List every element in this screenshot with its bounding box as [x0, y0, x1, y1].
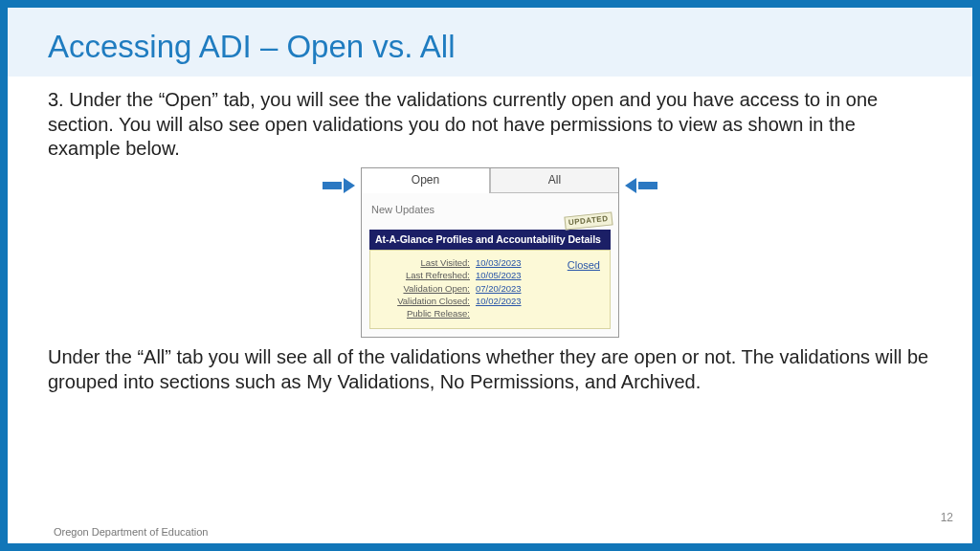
slide: Accessing ADI – Open vs. All 3. Under th…: [8, 8, 972, 543]
detail-row: Validation Closed: 10/02/2023: [378, 296, 525, 307]
slide-title: Accessing ADI – Open vs. All: [48, 29, 932, 65]
paragraph-2: Under the “All” tab you will see all of …: [48, 345, 932, 394]
detail-label: Last Visited:: [420, 257, 470, 269]
arrow-left-icon: [625, 179, 657, 192]
detail-row: Last Refreshed: 10/05/2023: [378, 270, 525, 281]
detail-box: Closed Last Visited: 10/03/2023 Last Ref…: [369, 250, 611, 329]
tab-content: New Updates UPDATED At-A-Glance Profiles…: [362, 193, 618, 337]
detail-value[interactable]: 07/20/2023: [476, 283, 525, 295]
slide-frame: Accessing ADI – Open vs. All 3. Under th…: [0, 0, 980, 551]
tab-open[interactable]: Open: [362, 168, 490, 193]
detail-row: Public Release:: [378, 308, 525, 320]
detail-value[interactable]: [476, 308, 525, 320]
example-screenshot: Open All New Updates UPDATED At-A-Glance…: [48, 167, 932, 338]
detail-value[interactable]: 10/02/2023: [476, 296, 525, 307]
paragraph-1: 3. Under the “Open” tab, you will see th…: [48, 88, 932, 162]
detail-value[interactable]: 10/05/2023: [476, 270, 525, 281]
footer-org: Oregon Department of Education: [54, 526, 208, 538]
new-updates-label: New Updates: [371, 203, 611, 216]
detail-row: Validation Open: 07/20/2023: [378, 283, 525, 295]
slide-body: 3. Under the “Open” tab, you will see th…: [8, 77, 972, 402]
detail-row: Last Visited: 10/03/2023: [378, 257, 525, 269]
detail-value[interactable]: 10/03/2023: [476, 257, 525, 269]
detail-label: Validation Open:: [403, 283, 470, 295]
page-number: 12: [941, 511, 953, 524]
title-band: Accessing ADI – Open vs. All: [8, 8, 972, 77]
closed-link[interactable]: Closed: [568, 258, 600, 272]
detail-label: Validation Closed:: [397, 296, 470, 307]
panel-banner: At-A-Glance Profiles and Accountability …: [369, 230, 611, 250]
arrow-right-icon: [323, 179, 355, 192]
detail-label: Public Release:: [407, 308, 470, 320]
detail-label: Last Refreshed:: [406, 270, 470, 281]
tab-all[interactable]: All: [490, 168, 618, 193]
validation-panel: Open All New Updates UPDATED At-A-Glance…: [361, 167, 619, 338]
tabs: Open All: [362, 168, 618, 193]
